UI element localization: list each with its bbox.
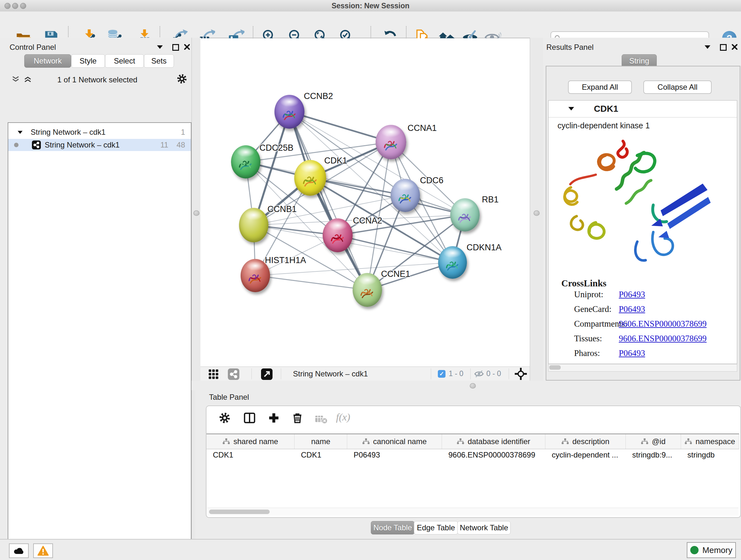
panel-menu-icon[interactable] — [157, 45, 163, 49]
node-count: 11 — [160, 140, 168, 149]
panel-close-icon[interactable] — [731, 44, 738, 50]
horizontal-splitter[interactable] — [192, 381, 741, 390]
table-cell[interactable]: CDK1 — [294, 449, 347, 461]
panel-close-icon[interactable] — [184, 44, 190, 50]
edge-CCNA2-CDKN1A[interactable] — [338, 235, 453, 262]
node-CDC25B[interactable] — [231, 145, 260, 179]
gear-icon[interactable] — [177, 73, 187, 84]
node-CDC6[interactable] — [391, 179, 420, 212]
edge-CCNB2-CCNA1[interactable] — [289, 112, 391, 142]
gene-section-header[interactable]: CDK1 — [549, 101, 737, 118]
tab-select[interactable]: Select — [105, 54, 144, 68]
edge-HIST1H1A-CCNE1[interactable] — [255, 275, 367, 290]
node-CCNE1[interactable] — [353, 273, 382, 307]
grid-view-icon[interactable] — [208, 369, 219, 379]
tab-edge-table[interactable]: Edge Table — [414, 521, 458, 535]
column-header-description[interactable]: description — [545, 434, 626, 449]
table-cell[interactable]: cyclin-dependent ... — [545, 449, 626, 461]
scrollbar-thumb[interactable] — [209, 509, 270, 514]
network-selection-status: 1 of 1 Network selected — [42, 75, 153, 84]
tree-row-network[interactable]: String Network – cdk1 11 48 — [8, 139, 191, 151]
table-hscrollbar[interactable] — [207, 508, 738, 516]
network-view-canvas[interactable]: CCNB2 CCNA1 CDC25B CDK1 CDC6 R — [200, 38, 530, 367]
show-columns-icon[interactable] — [244, 412, 256, 424]
tab-sets[interactable]: Sets — [144, 54, 174, 68]
column-header-namespace[interactable]: namespace — [681, 434, 739, 449]
node-label-HIST1H1A: HIST1H1A — [265, 255, 306, 265]
node-label-CCNE1: CCNE1 — [381, 269, 410, 279]
table-row[interactable]: CDK1CDK1P064939606.ENSP00000378699cyclin… — [206, 449, 739, 461]
column-header-sharedname[interactable]: shared name — [206, 434, 294, 449]
node-CCNA1[interactable] — [376, 125, 406, 159]
expand-all-icon[interactable] — [23, 76, 32, 82]
tab-network-table[interactable]: Network Table — [457, 521, 511, 535]
node-CCNB2[interactable] — [274, 95, 305, 129]
expand-all-button[interactable]: Expand All — [568, 80, 632, 94]
birdseye-view-icon[interactable] — [515, 368, 527, 380]
right-splitter[interactable] — [530, 38, 544, 381]
column-header-canonicalname[interactable]: canonical name — [347, 434, 442, 449]
table-gear-icon[interactable] — [219, 412, 231, 424]
node-CCNA2[interactable] — [323, 219, 353, 252]
tab-style[interactable]: Style — [71, 54, 105, 68]
scrollbar-thumb[interactable] — [549, 365, 561, 370]
delete-table-icon[interactable] — [314, 414, 328, 425]
panel-float-icon[interactable] — [720, 44, 727, 51]
left-splitter-handle[interactable] — [193, 210, 199, 216]
memory-label: Memory — [702, 545, 732, 555]
tree-expand-icon[interactable] — [17, 131, 22, 133]
column-header-databaseidentifier[interactable]: database identifier — [442, 434, 545, 449]
collapse-all-icon[interactable] — [11, 76, 20, 82]
node-label-CCNB2: CCNB2 — [304, 91, 333, 101]
maximize-window-icon[interactable] — [20, 3, 26, 9]
collapse-all-button[interactable]: Collapse All — [643, 80, 712, 94]
node-CDK1[interactable] — [294, 160, 326, 196]
crosslink-link[interactable]: 9606.ENSP00000378699 — [619, 334, 706, 344]
crosslink-link[interactable]: P06493 — [619, 304, 645, 314]
right-splitter-handle[interactable] — [534, 210, 540, 216]
hidden-eye-slash-icon — [474, 370, 484, 378]
warning-icon — [37, 546, 49, 556]
collapse-section-icon[interactable] — [568, 107, 574, 111]
table-cell[interactable]: 9606.ENSP00000378699 — [442, 449, 545, 461]
node-label-RB1: RB1 — [482, 195, 499, 205]
selected-checkbox[interactable]: ✓ — [438, 370, 446, 378]
table-cell[interactable]: P06493 — [347, 449, 442, 461]
panel-menu-icon[interactable] — [704, 45, 711, 49]
network-tree: String Network – cdk1 1 String Network –… — [8, 122, 192, 560]
column-header-name[interactable]: name — [294, 434, 347, 449]
add-column-icon[interactable] — [268, 412, 280, 424]
horizontal-splitter-handle[interactable] — [470, 383, 476, 388]
table-container: f(x) shared namenamecanonical namedataba… — [206, 406, 741, 518]
crosslink-link[interactable]: P06493 — [619, 348, 645, 358]
crosslink-link[interactable]: 9606.ENSP00000378699 — [619, 319, 706, 329]
crosslink-link[interactable]: P06493 — [619, 290, 645, 300]
results-hscrollbar[interactable] — [548, 364, 737, 372]
table-cell[interactable]: stringdb — [681, 449, 739, 461]
delete-column-icon[interactable] — [291, 412, 304, 424]
table-header-row: shared namenamecanonical namedatabase id… — [206, 434, 739, 449]
node-RB1[interactable] — [450, 198, 480, 232]
warnings-button[interactable] — [33, 543, 53, 558]
column-header-id[interactable]: @id — [626, 434, 681, 449]
table-cell[interactable]: CDK1 — [206, 449, 294, 461]
network-share-view-icon[interactable] — [228, 368, 239, 380]
results-panel: Results Panel String Expand All Collapse… — [543, 38, 741, 381]
node-CDKN1A[interactable] — [438, 246, 467, 279]
close-window-icon[interactable] — [4, 3, 10, 9]
network-name: String Network – cdk1 — [45, 140, 120, 149]
panel-float-icon[interactable] — [172, 44, 179, 51]
memory-button[interactable]: Memory — [687, 542, 736, 558]
detach-view-icon[interactable] — [261, 368, 273, 380]
tab-network[interactable]: Network — [24, 54, 71, 68]
tree-row-collection[interactable]: String Network – cdk1 1 — [8, 126, 191, 138]
gene-name: CDK1 — [594, 104, 618, 114]
table-cell[interactable]: stringdb:9... — [626, 449, 681, 461]
function-builder-icon[interactable]: f(x) — [336, 411, 350, 423]
node-label-CCNB1: CCNB1 — [267, 204, 297, 214]
minimize-window-icon[interactable] — [12, 3, 18, 9]
title-bar: Session: New Session — [0, 0, 741, 12]
cloud-button[interactable] — [9, 543, 29, 558]
tab-node-table[interactable]: Node Table — [371, 521, 414, 535]
node-CCNB1[interactable] — [239, 208, 268, 242]
